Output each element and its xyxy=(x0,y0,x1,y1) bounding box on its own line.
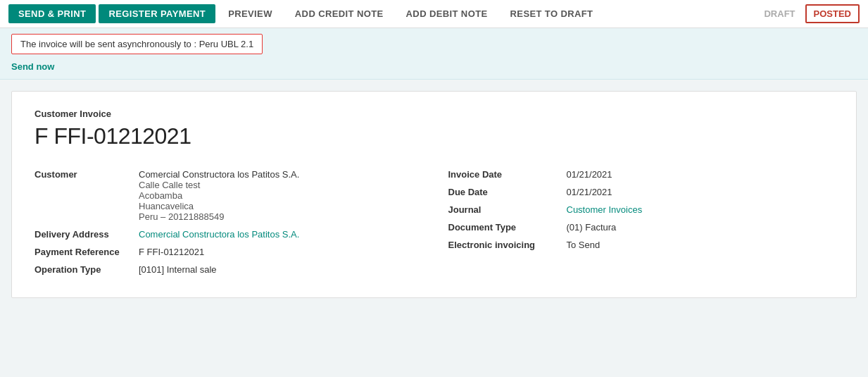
journal-label: Journal xyxy=(448,204,561,215)
draft-status: DRAFT xyxy=(757,4,802,23)
journal-value[interactable]: Customer Invoices xyxy=(567,204,643,215)
invoice-date-row: Invoice Date 01/21/2021 xyxy=(448,169,834,180)
left-fields: Customer Comercial Constructora los Pati… xyxy=(34,169,420,275)
invoice-card: Customer Invoice F FFI-01212021 Customer… xyxy=(11,91,857,298)
send-print-button[interactable]: SEND & PRINT xyxy=(8,4,96,23)
electronic-invoicing-row: Electronic invoicing To Send xyxy=(448,240,834,250)
operation-type-row: Operation Type [0101] Internal sale xyxy=(34,264,420,275)
delivery-address-value[interactable]: Comercial Constructora los Patitos S.A. xyxy=(139,229,299,240)
right-fields: Invoice Date 01/21/2021 Due Date 01/21/2… xyxy=(448,169,834,275)
address-line-4: Peru – 20121888549 xyxy=(139,211,299,222)
due-date-row: Due Date 01/21/2021 xyxy=(448,187,834,197)
delivery-address-row: Delivery Address Comercial Constructora … xyxy=(34,229,420,240)
document-number: F FFI-01212021 xyxy=(34,123,834,149)
electronic-invoicing-value: To Send xyxy=(567,240,600,250)
posted-status: POSTED xyxy=(805,4,860,23)
add-credit-note-button[interactable]: ADD CREDIT NOTE xyxy=(285,4,394,23)
invoice-date-label: Invoice Date xyxy=(448,169,561,180)
address-line-2: Acobamba xyxy=(139,190,299,201)
payment-reference-value: F FFI-01212021 xyxy=(139,247,204,257)
preview-button[interactable]: PREVIEW xyxy=(218,4,282,23)
due-date-label: Due Date xyxy=(448,187,561,197)
reset-to-draft-button[interactable]: RESET TO DRAFT xyxy=(501,4,603,23)
register-payment-button[interactable]: REGISTER PAYMENT xyxy=(99,4,215,23)
fields-grid: Customer Comercial Constructora los Pati… xyxy=(34,169,834,275)
journal-row: Journal Customer Invoices xyxy=(448,204,834,215)
status-bar: DRAFT POSTED xyxy=(757,4,860,23)
add-debit-note-button[interactable]: ADD DEBIT NOTE xyxy=(396,4,498,23)
invoice-date-value: 01/21/2021 xyxy=(567,169,612,180)
customer-label: Customer xyxy=(34,169,133,180)
delivery-address-label: Delivery Address xyxy=(34,229,133,240)
document-type-field-value: (01) Factura xyxy=(567,222,617,233)
electronic-invoicing-label: Electronic invoicing xyxy=(448,240,561,250)
address-line-3: Huancavelica xyxy=(139,201,299,211)
payment-reference-label: Payment Reference xyxy=(34,247,133,257)
customer-value: Comercial Constructora los Patitos S.A. … xyxy=(139,169,299,222)
customer-field-row: Customer Comercial Constructora los Pati… xyxy=(34,169,420,222)
document-type-field-label: Document Type xyxy=(448,222,561,233)
info-message-box: The invoice will be sent asynchronously … xyxy=(11,34,263,54)
send-now-link[interactable]: Send now xyxy=(11,61,857,72)
operation-type-value: [0101] Internal sale xyxy=(139,264,217,275)
document-type-label: Customer Invoice xyxy=(34,109,834,119)
payment-reference-row: Payment Reference F FFI-01212021 xyxy=(34,247,420,257)
document-type-row: Document Type (01) Factura xyxy=(448,222,834,233)
info-banner: The invoice will be sent asynchronously … xyxy=(0,28,868,80)
toolbar: SEND & PRINT REGISTER PAYMENT PREVIEW AD… xyxy=(0,0,868,28)
address-line-1: Calle Calle test xyxy=(139,180,299,190)
due-date-value: 01/21/2021 xyxy=(567,187,612,197)
operation-type-label: Operation Type xyxy=(34,264,133,275)
customer-link[interactable]: Comercial Constructora los Patitos S.A. xyxy=(139,169,299,180)
